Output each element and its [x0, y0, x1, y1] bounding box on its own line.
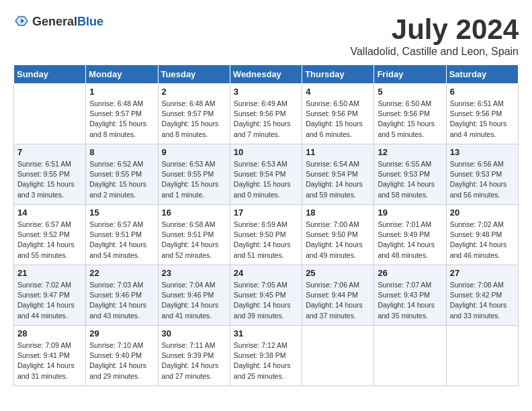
- calendar-cell: 12Sunrise: 6:55 AMSunset: 9:53 PMDayligh…: [374, 144, 446, 205]
- calendar-cell: [302, 326, 374, 386]
- calendar-cell: 21Sunrise: 7:02 AMSunset: 9:47 PMDayligh…: [14, 265, 86, 326]
- day-info: Sunrise: 7:11 AMSunset: 9:39 PMDaylight:…: [162, 340, 226, 381]
- day-number: 23: [162, 268, 226, 278]
- location-title: Valladolid, Castille and Leon, Spain: [350, 46, 519, 58]
- calendar-cell: 13Sunrise: 6:56 AMSunset: 9:53 PMDayligh…: [446, 144, 518, 205]
- day-info: Sunrise: 7:00 AMSunset: 9:50 PMDaylight:…: [306, 220, 370, 261]
- day-number: 13: [450, 147, 515, 157]
- day-info: Sunrise: 6:51 AMSunset: 9:56 PMDaylight:…: [450, 99, 515, 140]
- logo-general: General: [32, 15, 77, 28]
- day-info: Sunrise: 7:01 AMSunset: 9:49 PMDaylight:…: [378, 220, 442, 261]
- day-number: 12: [378, 147, 442, 157]
- day-number: 11: [306, 147, 370, 157]
- day-info: Sunrise: 7:03 AMSunset: 9:46 PMDaylight:…: [89, 280, 154, 321]
- day-number: 16: [162, 208, 226, 218]
- calendar-cell: 23Sunrise: 7:04 AMSunset: 9:46 PMDayligh…: [158, 265, 230, 326]
- calendar-cell: 11Sunrise: 6:54 AMSunset: 9:54 PMDayligh…: [302, 144, 374, 205]
- calendar-cell: 18Sunrise: 7:00 AMSunset: 9:50 PMDayligh…: [302, 205, 374, 265]
- day-info: Sunrise: 7:09 AMSunset: 9:41 PMDaylight:…: [17, 340, 82, 381]
- calendar-cell: 8Sunrise: 6:52 AMSunset: 9:55 PMDaylight…: [86, 144, 158, 205]
- calendar-week-row: 21Sunrise: 7:02 AMSunset: 9:47 PMDayligh…: [14, 265, 519, 326]
- day-number: 8: [89, 147, 154, 157]
- day-info: Sunrise: 6:48 AMSunset: 9:57 PMDaylight:…: [89, 99, 154, 140]
- logo-blue: Blue: [77, 15, 103, 28]
- day-number: 17: [234, 208, 298, 218]
- weekday-header-sunday: Sunday: [14, 65, 86, 84]
- calendar-cell: 24Sunrise: 7:05 AMSunset: 9:45 PMDayligh…: [230, 265, 302, 326]
- day-number: 15: [89, 208, 154, 218]
- day-number: 5: [378, 87, 442, 97]
- weekday-header-row: SundayMondayTuesdayWednesdayThursdayFrid…: [14, 65, 519, 84]
- calendar-cell: [374, 326, 446, 386]
- day-number: 18: [306, 208, 370, 218]
- day-info: Sunrise: 6:59 AMSunset: 9:50 PMDaylight:…: [234, 220, 298, 261]
- day-number: 9: [162, 147, 226, 157]
- calendar-cell: 14Sunrise: 6:57 AMSunset: 9:52 PMDayligh…: [14, 205, 86, 265]
- day-info: Sunrise: 7:06 AMSunset: 9:44 PMDaylight:…: [306, 280, 370, 321]
- day-info: Sunrise: 6:50 AMSunset: 9:56 PMDaylight:…: [378, 99, 442, 140]
- day-info: Sunrise: 6:50 AMSunset: 9:56 PMDaylight:…: [306, 99, 370, 140]
- day-number: 19: [378, 208, 442, 218]
- calendar-cell: 20Sunrise: 7:02 AMSunset: 9:48 PMDayligh…: [446, 205, 518, 265]
- day-number: 6: [450, 87, 515, 97]
- calendar-cell: 22Sunrise: 7:03 AMSunset: 9:46 PMDayligh…: [86, 265, 158, 326]
- calendar-cell: 29Sunrise: 7:10 AMSunset: 9:40 PMDayligh…: [86, 326, 158, 386]
- day-number: 3: [234, 87, 298, 97]
- day-number: 31: [234, 328, 298, 338]
- calendar-cell: 17Sunrise: 6:59 AMSunset: 9:50 PMDayligh…: [230, 205, 302, 265]
- day-number: 2: [162, 87, 226, 97]
- calendar-cell: 27Sunrise: 7:08 AMSunset: 9:42 PMDayligh…: [446, 265, 518, 326]
- calendar-cell: 30Sunrise: 7:11 AMSunset: 9:39 PMDayligh…: [158, 326, 230, 386]
- day-info: Sunrise: 6:49 AMSunset: 9:56 PMDaylight:…: [234, 99, 298, 140]
- day-info: Sunrise: 6:55 AMSunset: 9:53 PMDaylight:…: [378, 159, 442, 200]
- weekday-header-monday: Monday: [86, 65, 158, 84]
- weekday-header-wednesday: Wednesday: [230, 65, 302, 84]
- day-number: 29: [89, 328, 154, 338]
- day-number: 1: [89, 87, 154, 97]
- weekday-header-tuesday: Tuesday: [158, 65, 230, 84]
- weekday-header-saturday: Saturday: [446, 65, 518, 84]
- calendar-cell: 9Sunrise: 6:53 AMSunset: 9:55 PMDaylight…: [158, 144, 230, 205]
- calendar-cell: 10Sunrise: 6:53 AMSunset: 9:54 PMDayligh…: [230, 144, 302, 205]
- calendar-cell: 16Sunrise: 6:58 AMSunset: 9:51 PMDayligh…: [158, 205, 230, 265]
- day-number: 20: [450, 208, 515, 218]
- page-header: GeneralBlue July 2024 Valladolid, Castil…: [13, 13, 519, 58]
- calendar-week-row: 14Sunrise: 6:57 AMSunset: 9:52 PMDayligh…: [14, 205, 519, 265]
- day-info: Sunrise: 6:54 AMSunset: 9:54 PMDaylight:…: [306, 159, 370, 200]
- day-number: 25: [306, 268, 370, 278]
- calendar-cell: 4Sunrise: 6:50 AMSunset: 9:56 PMDaylight…: [302, 84, 374, 144]
- day-number: 14: [17, 208, 82, 218]
- calendar-cell: [446, 326, 518, 386]
- calendar-cell: 25Sunrise: 7:06 AMSunset: 9:44 PMDayligh…: [302, 265, 374, 326]
- logo-icon: [13, 13, 30, 30]
- calendar-cell: [14, 84, 86, 144]
- day-number: 22: [89, 268, 154, 278]
- calendar-cell: 28Sunrise: 7:09 AMSunset: 9:41 PMDayligh…: [14, 326, 86, 386]
- calendar-cell: 2Sunrise: 6:48 AMSunset: 9:57 PMDaylight…: [158, 84, 230, 144]
- day-info: Sunrise: 7:08 AMSunset: 9:42 PMDaylight:…: [450, 280, 515, 321]
- day-number: 21: [17, 268, 82, 278]
- day-info: Sunrise: 6:51 AMSunset: 9:55 PMDaylight:…: [17, 159, 82, 200]
- day-number: 10: [234, 147, 298, 157]
- calendar-cell: 6Sunrise: 6:51 AMSunset: 9:56 PMDaylight…: [446, 84, 518, 144]
- day-number: 24: [234, 268, 298, 278]
- calendar-week-row: 1Sunrise: 6:48 AMSunset: 9:57 PMDaylight…: [14, 84, 519, 144]
- day-info: Sunrise: 6:53 AMSunset: 9:54 PMDaylight:…: [234, 159, 298, 200]
- calendar-cell: 5Sunrise: 6:50 AMSunset: 9:56 PMDaylight…: [374, 84, 446, 144]
- day-number: 30: [162, 328, 226, 338]
- calendar-table: SundayMondayTuesdayWednesdayThursdayFrid…: [13, 64, 519, 386]
- day-info: Sunrise: 7:02 AMSunset: 9:47 PMDaylight:…: [17, 280, 82, 321]
- day-info: Sunrise: 6:57 AMSunset: 9:51 PMDaylight:…: [89, 220, 154, 261]
- calendar-week-row: 7Sunrise: 6:51 AMSunset: 9:55 PMDaylight…: [14, 144, 519, 205]
- day-number: 7: [17, 147, 82, 157]
- calendar-cell: 31Sunrise: 7:12 AMSunset: 9:38 PMDayligh…: [230, 326, 302, 386]
- day-number: 4: [306, 87, 370, 97]
- logo: GeneralBlue: [13, 13, 103, 30]
- weekday-header-friday: Friday: [374, 65, 446, 84]
- day-number: 27: [450, 268, 515, 278]
- calendar-cell: 26Sunrise: 7:07 AMSunset: 9:43 PMDayligh…: [374, 265, 446, 326]
- day-info: Sunrise: 6:56 AMSunset: 9:53 PMDaylight:…: [450, 159, 515, 200]
- day-info: Sunrise: 7:07 AMSunset: 9:43 PMDaylight:…: [378, 280, 442, 321]
- calendar-cell: 7Sunrise: 6:51 AMSunset: 9:55 PMDaylight…: [14, 144, 86, 205]
- calendar-cell: 3Sunrise: 6:49 AMSunset: 9:56 PMDaylight…: [230, 84, 302, 144]
